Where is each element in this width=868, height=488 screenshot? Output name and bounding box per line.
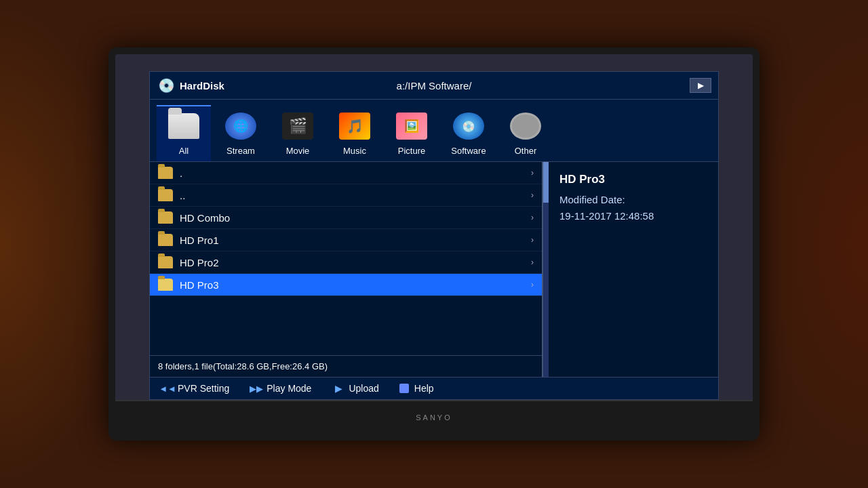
music-icon: 🎵 [338, 109, 372, 143]
tv-screen: 💿 HardDisk a:/IPM Software/ ▶ All 🌐 [115, 54, 753, 434]
category-other-label: Other [515, 146, 537, 156]
file-item-name: HD Combo [180, 212, 531, 224]
header: 💿 HardDisk a:/IPM Software/ ▶ [150, 72, 718, 100]
pvr-setting-button[interactable]: ◄◄ PVR Setting [161, 383, 229, 394]
arrow-icon: › [531, 213, 534, 222]
help-label: Help [414, 383, 434, 394]
category-all-label: All [179, 146, 189, 156]
scroll-thumb [543, 162, 549, 203]
upload-label: Upload [349, 383, 378, 394]
arrow-icon: › [531, 258, 534, 267]
list-item[interactable]: . › [150, 162, 542, 184]
status-text: 8 folders,1 file(Total:28.6 GB,Free:26.4… [158, 361, 328, 371]
bottom-toolbar: ◄◄ PVR Setting ▶▶ Play Mode ▶ Upload Hel… [150, 377, 718, 399]
file-item-name: . [180, 167, 531, 179]
file-list: . › .. › HD Combo › [150, 162, 542, 355]
main-content: . › .. › HD Combo › [150, 162, 718, 377]
folder-icon [158, 234, 173, 246]
folder-icon [158, 256, 173, 268]
brand-text: SANYO [416, 413, 452, 422]
arrow-icon: › [531, 235, 534, 245]
list-item[interactable]: .. › [150, 184, 542, 207]
folder-icon [158, 167, 173, 179]
help-button[interactable]: Help [399, 383, 434, 394]
disk-label: HardDisk [180, 80, 224, 92]
play-mode-label: Play Mode [267, 383, 311, 394]
status-bar: 8 folders,1 file(Total:28.6 GB,Free:26.4… [150, 355, 542, 377]
category-movie[interactable]: 🎬 Movie [271, 106, 325, 161]
folder-icon [158, 189, 173, 201]
pvr-icon: ◄◄ [161, 383, 174, 394]
info-modified-date: 19-11-2017 12:48:58 [559, 208, 707, 224]
upload-button[interactable]: ▶ Upload [332, 383, 378, 394]
list-item[interactable]: HD Pro1 › [150, 229, 542, 251]
tv-brand-label: SANYO [115, 400, 753, 434]
arrow-icon: › [531, 168, 534, 178]
all-icon [167, 109, 201, 143]
category-all[interactable]: All [157, 105, 211, 161]
category-software[interactable]: 💿 Software [441, 106, 496, 161]
file-list-panel: . › .. › HD Combo › [150, 162, 543, 377]
arrow-icon: › [531, 280, 534, 289]
category-picture[interactable]: 🖼️ Picture [384, 106, 439, 161]
scrollbar[interactable] [543, 162, 549, 377]
movie-icon: 🎬 [281, 109, 315, 143]
file-item-name: HD Pro2 [180, 257, 531, 268]
tv-bezel: 💿 HardDisk a:/IPM Software/ ▶ All 🌐 [108, 47, 760, 441]
play-button[interactable]: ▶ [690, 78, 711, 93]
list-item-selected[interactable]: HD Pro3 › [150, 274, 542, 296]
file-item-name: HD Pro1 [180, 235, 531, 246]
header-disk: 💿 HardDisk [157, 76, 224, 95]
info-modified-label: Modified Date: [559, 192, 707, 208]
list-item[interactable]: HD Combo › [150, 207, 542, 229]
category-picture-label: Picture [398, 146, 425, 156]
stream-icon: 🌐 [224, 109, 258, 143]
other-icon [509, 109, 542, 143]
upload-icon: ▶ [332, 383, 345, 394]
category-music-label: Music [343, 146, 366, 156]
arrow-icon: › [531, 190, 534, 200]
play-mode-button[interactable]: ▶▶ Play Mode [250, 383, 311, 394]
pvr-label: PVR Setting [178, 383, 229, 394]
file-item-name: HD Pro3 [180, 279, 531, 291]
info-title: HD Pro3 [559, 173, 707, 186]
disk-icon: 💿 [157, 76, 176, 95]
category-bar: All 🌐 Stream 🎬 Movie 🎵 [150, 100, 718, 162]
software-icon: 💿 [452, 109, 486, 143]
category-music[interactable]: 🎵 Music [328, 106, 382, 161]
help-icon [399, 384, 409, 393]
header-path: a:/IPM Software/ [397, 80, 472, 92]
list-item[interactable]: HD Pro2 › [150, 251, 542, 274]
category-movie-label: Movie [286, 146, 310, 156]
ui-window: 💿 HardDisk a:/IPM Software/ ▶ All 🌐 [149, 71, 719, 400]
folder-icon [158, 279, 173, 291]
category-other[interactable]: Other [498, 106, 553, 161]
category-software-label: Software [451, 146, 486, 156]
folder-icon [158, 211, 173, 224]
category-stream-label: Stream [226, 146, 255, 156]
category-stream[interactable]: 🌐 Stream [214, 106, 268, 161]
picture-icon: 🖼️ [395, 109, 429, 143]
info-panel: HD Pro3 Modified Date: 19-11-2017 12:48:… [549, 162, 718, 377]
file-item-name: .. [180, 190, 531, 201]
play-mode-icon: ▶▶ [250, 383, 263, 394]
